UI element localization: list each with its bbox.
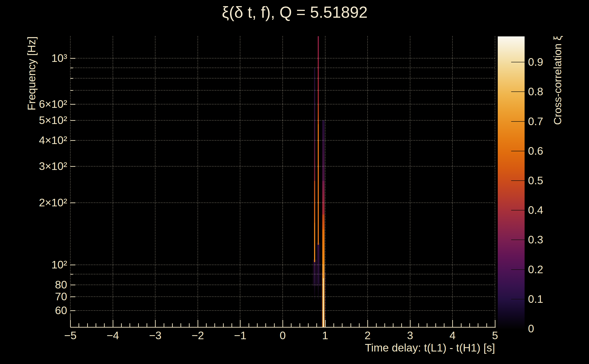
y-tick-label: 60 <box>55 304 67 317</box>
x-minor-tick-mark <box>316 323 317 327</box>
y-tick-mark <box>70 104 75 105</box>
x-tick-label: −1 <box>234 329 247 342</box>
plot-area <box>70 36 495 327</box>
y-tick-mark <box>70 285 75 285</box>
colorbar-tick-label: 0.3 <box>528 234 543 246</box>
x-tick-label: 0 <box>280 329 286 342</box>
colorbar-tick-mark <box>511 269 525 270</box>
y-tick-mark <box>70 202 75 203</box>
x-minor-tick-mark <box>257 323 258 327</box>
colorbar-tick-label: 0.4 <box>528 204 543 216</box>
x-minor-tick-mark <box>121 323 122 327</box>
x-minor-tick-mark <box>249 323 249 327</box>
streak-t0.96 <box>322 120 325 181</box>
y-tick-mark <box>70 78 73 79</box>
colorbar-tick-mark <box>511 299 525 299</box>
streak-t0.96 <box>322 230 325 265</box>
x-minor-tick-mark <box>435 323 436 327</box>
x-minor-tick-mark <box>351 323 351 327</box>
y-tick-label: 3×10² <box>39 160 67 172</box>
streak-t0.84 <box>318 104 319 124</box>
x-tick-label: 3 <box>407 329 413 342</box>
colorbar-tick-mark <box>511 180 525 181</box>
y-axis-title: Frequency [Hz] <box>26 36 38 110</box>
x-tick-mark <box>452 320 453 327</box>
y-tick-mark <box>70 90 73 91</box>
colorbar-tick-label: 0.9 <box>528 56 543 68</box>
x-gridline <box>70 36 71 327</box>
y-tick-label: 5×10² <box>39 114 67 126</box>
streak-t0.96 <box>322 214 325 230</box>
x-gridline <box>452 36 453 327</box>
x-minor-tick-mark <box>79 323 79 327</box>
streak-t0.76 <box>314 68 315 104</box>
y-tick-mark <box>70 58 75 59</box>
x-tick-mark <box>495 320 496 327</box>
streak-t0.76 <box>314 223 315 262</box>
x-gridline <box>113 36 113 327</box>
x-minor-tick-mark <box>138 323 139 327</box>
x-minor-tick-mark <box>104 323 105 327</box>
x-tick-mark <box>240 320 241 327</box>
streak-t0.84 <box>318 284 319 299</box>
x-minor-tick-mark <box>376 323 377 327</box>
x-minor-tick-mark <box>359 323 360 327</box>
x-minor-tick-mark <box>393 323 393 327</box>
colorbar-tick-label: 0.7 <box>528 115 543 128</box>
streak-t0.84 <box>318 124 319 245</box>
y-tick-mark <box>70 310 75 311</box>
x-gridline <box>367 36 368 327</box>
x-minor-tick-mark <box>401 323 402 327</box>
x-minor-tick-mark <box>461 323 462 327</box>
x-minor-tick-mark <box>231 323 232 327</box>
colorbar-tick-label: 0.8 <box>528 85 543 98</box>
colorbar-tick-label: 0 <box>528 323 534 335</box>
y-axis-line <box>70 313 71 327</box>
streak-t0.96 <box>322 265 325 280</box>
colorbar-title: Cross-correlation ξ <box>552 36 563 125</box>
x-minor-tick-mark <box>180 323 181 327</box>
y-tick-label: 10² <box>52 259 67 271</box>
x-minor-tick-mark <box>189 323 190 327</box>
y-tick-mark <box>70 140 75 141</box>
y-tick-label: 80 <box>55 279 67 291</box>
y-tick-label: 70 <box>55 291 67 303</box>
x-axis-line <box>70 327 496 328</box>
x-minor-tick-mark <box>342 323 342 327</box>
colorbar-tick-mark <box>511 240 525 240</box>
x-minor-tick-mark <box>164 323 164 327</box>
y-tick-label: 2×10² <box>39 196 67 209</box>
y-tick-label: 4×10² <box>39 134 67 147</box>
colorbar-tick-label: 0.2 <box>528 263 543 276</box>
x-minor-tick-mark <box>384 323 385 327</box>
colorbar-tick-mark <box>511 121 525 122</box>
x-gridline <box>325 36 326 327</box>
x-minor-tick-mark <box>427 323 427 327</box>
x-tick-label: −2 <box>191 329 204 342</box>
x-tick-mark <box>367 320 368 327</box>
x-minor-tick-mark <box>206 323 207 327</box>
colorbar-tick-label: 0.1 <box>528 293 543 305</box>
y-tick-mark <box>70 265 75 265</box>
x-tick-label: 2 <box>365 329 371 342</box>
x-minor-tick-mark <box>444 323 445 327</box>
y-tick-label: 10³ <box>52 52 67 64</box>
x-minor-tick-mark <box>418 323 419 327</box>
x-tick-label: 1 <box>322 329 328 342</box>
colorbar-tick-mark <box>511 151 525 151</box>
streak-t0.84 <box>318 63 319 104</box>
x-minor-tick-mark <box>291 323 292 327</box>
streak-t0.84 <box>318 36 319 63</box>
x-tick-label: 4 <box>450 329 456 342</box>
x-minor-tick-mark <box>478 323 478 327</box>
x-tick-label: −4 <box>106 329 119 342</box>
colorbar-tick-label: 0.6 <box>528 145 543 157</box>
x-minor-tick-mark <box>87 323 88 327</box>
x-tick-mark <box>155 320 156 327</box>
x-minor-tick-mark <box>308 323 309 327</box>
y-tick-label: 6×10² <box>39 98 67 110</box>
x-tick-label: −3 <box>149 329 162 342</box>
x-gridline <box>240 36 240 327</box>
colorbar <box>498 36 525 329</box>
x-tick-label: 5 <box>492 329 498 342</box>
